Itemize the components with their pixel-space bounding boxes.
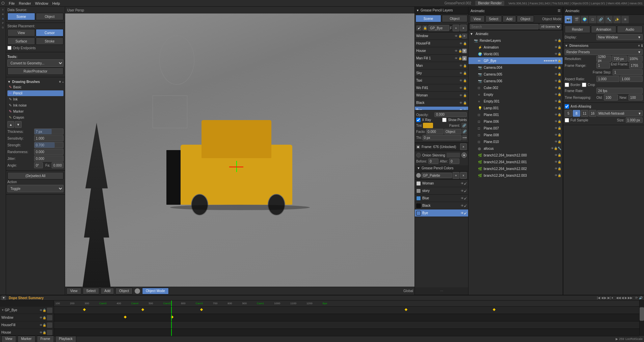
aa-5[interactable]: 5 [565, 110, 572, 117]
ruler-protractor-btn[interactable]: Ruler/Protractor [7, 67, 63, 75]
menu-help[interactable]: Help [52, 1, 60, 5]
outliner-search-input[interactable] [470, 24, 539, 29]
outliner-cube002[interactable]: □ Cube.002 👁🔒 [468, 84, 563, 91]
gp-add-btn[interactable]: + [453, 25, 459, 31]
object-props-btn[interactable]: □ [589, 16, 596, 23]
window-track[interactable] [54, 314, 639, 321]
object-btn[interactable]: Object [36, 13, 63, 20]
aa-filter-field[interactable]: Mitchell-Netravali ▼ [597, 110, 643, 116]
only-endpoints-checkbox[interactable] [7, 46, 11, 50]
gp-object-btn[interactable]: Object [442, 15, 467, 22]
layer-lock-icon[interactable]: 🔒 [463, 94, 467, 97]
outliner-branch002[interactable]: 🌿 branch12.264_branch12.002 👁🔒 [468, 165, 563, 172]
aa-16[interactable]: 16 [589, 110, 596, 117]
select-tab[interactable]: Select [485, 16, 502, 22]
layer-eye-icon[interactable]: 👁 [459, 64, 462, 67]
sensitivity-field[interactable]: 1.000 [34, 135, 63, 141]
gp-layer-man[interactable]: Man 👁 🔒 [415, 62, 468, 69]
layer-lock-icon[interactable]: 🔒 [463, 79, 467, 82]
aspect-y-field[interactable]: 1.000 [620, 76, 643, 82]
blender-logo[interactable]: ⬡ [1, 1, 5, 5]
timeline-scroll-thumb[interactable] [640, 307, 644, 321]
scene-btn[interactable]: Scene [7, 13, 35, 20]
house-fill-track[interactable] [54, 321, 639, 329]
outliner-branch000[interactable]: 🌿 branch12.264_branch12.000 👁🔒 [468, 152, 563, 159]
new-field[interactable]: 100 [628, 94, 643, 101]
add-tab[interactable]: Add [503, 16, 516, 22]
outliner-gp-bye[interactable]: ✏ GP_Bye ●●●●●● 👁🔒 [468, 57, 563, 64]
thi-icon[interactable]: ⟹ [462, 135, 467, 140]
gp-layer-window[interactable]: Window 👁 🔒 ≡ [415, 32, 468, 40]
brush-ink[interactable]: ✎ Ink [7, 96, 63, 102]
gp-palette-remove[interactable]: × [460, 172, 467, 179]
physics-btn[interactable]: ⚛ [621, 16, 629, 23]
outliner-branch001[interactable]: 🌿 branch12.264_branch12.001 👁🔒 [468, 159, 563, 165]
window-layer-label[interactable]: Window 👁🔒 [0, 314, 54, 321]
render-icon-btn[interactable]: 📷 [565, 16, 572, 23]
layer-up-btn[interactable]: ▲ [462, 56, 467, 61]
frame-step-field[interactable]: 1 [613, 69, 643, 75]
end-frame-field[interactable]: 1755 [629, 62, 643, 68]
modifier-btn[interactable]: 🔧 [605, 16, 613, 23]
menu-window[interactable]: Window [35, 1, 48, 5]
layer-eye-icon[interactable]: 👁 [459, 42, 462, 45]
action-dropdown[interactable]: Toggle [7, 185, 63, 192]
timeline-tracks[interactable]: 100 200 300 Cam3 400 Cam4 500 CamD 600 C… [54, 301, 639, 336]
layer-lock-icon[interactable]: 🔒 [463, 101, 467, 105]
remove-brush-btn[interactable]: - [62, 80, 63, 84]
gp-palette-name[interactable]: GP_Bye [428, 25, 449, 31]
aa-checkbox[interactable] [565, 104, 569, 109]
timeline-collapse-btn[interactable]: ▼ [1, 295, 6, 300]
crop-checkbox[interactable] [582, 83, 586, 87]
outliner-plane001[interactable]: □ Plane.001 👁🔒 [468, 111, 563, 118]
vtab-relations[interactable]: R [0, 12, 6, 16]
outliner-menu-btn[interactable]: ☰ [558, 9, 561, 12]
surface-btn[interactable]: Surface [7, 37, 35, 45]
thickness-field[interactable]: 7 px [34, 129, 63, 135]
view-status-btn[interactable]: View [1, 336, 16, 342]
outliner-renderlayers[interactable]: 📷 RenderLayers 👁🔒 [468, 37, 563, 44]
aa-8[interactable]: 8 [573, 110, 580, 117]
view-btn[interactable]: View [7, 29, 35, 36]
layer-lock-icon[interactable]: 🔒 [458, 57, 462, 60]
render-presets-field[interactable]: Render Presets ▼ [565, 49, 643, 55]
marker-status-btn[interactable]: Marker [18, 336, 35, 342]
gp-layer-manfill1[interactable]: Man Fill 1 👁 🔒 ▲ [415, 55, 468, 62]
layer-eye-icon[interactable]: 👁 [459, 94, 462, 97]
aa-11[interactable]: 11 [581, 110, 588, 117]
layer-lock-icon[interactable]: 🔒 [458, 49, 462, 53]
frame-btn[interactable]: ▣ [416, 145, 420, 149]
gp-palette-add[interactable]: + [453, 172, 459, 179]
view-tab[interactable]: View [470, 16, 485, 22]
outliner-camera6[interactable]: 📷 Camera.006 👁🔒 [468, 78, 563, 84]
layer-eye-icon[interactable]: 👁 [455, 49, 458, 53]
layer-eye-icon[interactable]: 👁 [459, 79, 462, 82]
start-frame-field[interactable]: 1 [596, 62, 610, 68]
object-mode-btn[interactable]: Object Mode [142, 288, 169, 294]
layer-lock-icon[interactable]: 🔒 [463, 72, 467, 75]
house-fill-label[interactable]: HouseFill 👁🔒 [0, 321, 54, 329]
thi-field[interactable]: 0 px [423, 135, 461, 140]
object-footer-btn[interactable]: Object [115, 288, 133, 294]
select-footer-btn[interactable]: Select [83, 288, 100, 294]
timeline-scrollbar[interactable] [639, 301, 644, 336]
outliner-afocus[interactable]: ◎ afocus 👁🔒🔧 [468, 145, 563, 152]
fa-field[interactable]: 0.000 [52, 162, 63, 168]
view-footer-btn[interactable]: View [66, 288, 81, 294]
outliner-camera5[interactable]: 📷 Camera.005 👁🔒 [468, 71, 563, 78]
vtab-gp[interactable]: G [0, 26, 6, 29]
gp-layer-wofill1[interactable]: Wo Fill1 👁 🔒 [415, 84, 468, 92]
constraints-btn[interactable]: 🔗 [597, 16, 605, 23]
parent-val-field[interactable]: Object [444, 129, 461, 134]
after-field[interactable]: 0 [449, 159, 459, 164]
frame-status-btn[interactable]: Frame [37, 336, 54, 342]
gp-layer-label[interactable]: ▼ GP_Bye 👁🔒 [0, 307, 54, 314]
brush-pencil[interactable]: ✏ Pencil [7, 90, 63, 96]
outliner-scene-select[interactable]: All Scenes [539, 24, 561, 29]
border-checkbox[interactable] [565, 83, 569, 87]
object-tab[interactable]: Object [517, 16, 534, 22]
layer-eye-icon[interactable]: 👁 [459, 86, 462, 90]
gp-layer-sky[interactable]: Sky 👁 🔒 [415, 69, 468, 77]
brush-scroll-up[interactable]: ▲ [7, 121, 14, 128]
percent-field[interactable]: 100% [628, 56, 643, 62]
